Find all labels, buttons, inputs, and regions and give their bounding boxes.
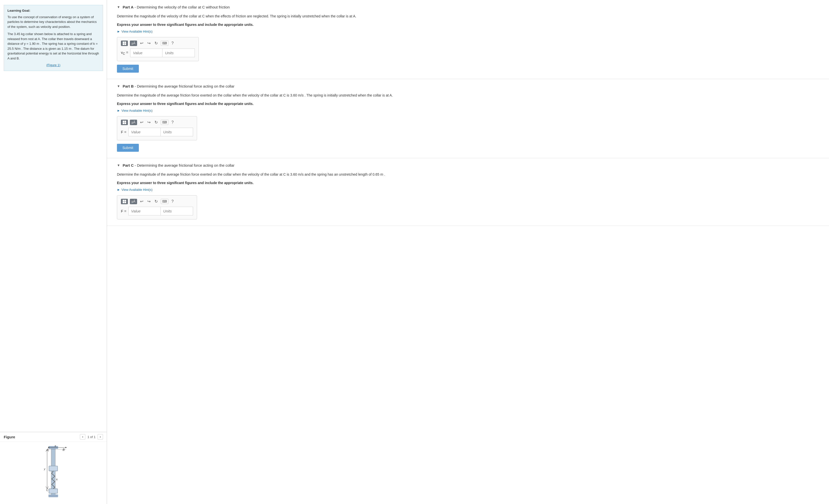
part-b-hint[interactable]: ► View Available Hint(s) bbox=[117, 109, 819, 112]
part-a-keyboard-button[interactable]: ⌨ bbox=[161, 41, 169, 46]
part-b-undo-button[interactable]: ↩ bbox=[139, 119, 144, 125]
figure-image-area: A B a y bbox=[0, 442, 107, 504]
hint-c-arrow-icon: ► bbox=[117, 188, 120, 191]
figure-title: Figure bbox=[4, 435, 15, 439]
part-b-mu-button[interactable]: μÃ bbox=[130, 120, 137, 125]
figure-header: Figure ‹ 1 of 1 › bbox=[0, 432, 107, 442]
part-a-refresh-button[interactable]: ↻ bbox=[153, 40, 159, 46]
part-b-section: ▼ Part B - Determining the average frict… bbox=[107, 79, 829, 158]
part-b-submit-button[interactable]: Submit bbox=[117, 144, 139, 152]
part-c-refresh-button[interactable]: ↻ bbox=[153, 199, 159, 204]
part-c-value-input[interactable] bbox=[129, 207, 161, 215]
figure-page: 1 of 1 bbox=[87, 435, 96, 439]
part-b-input-row: F = bbox=[121, 128, 193, 136]
part-a-grid-button[interactable] bbox=[121, 41, 128, 46]
part-c-undo-button[interactable]: ↩ bbox=[139, 199, 144, 204]
svg-text:y: y bbox=[43, 467, 45, 470]
part-b-refresh-button[interactable]: ↻ bbox=[153, 119, 159, 125]
part-a-input-row: vC = bbox=[121, 48, 195, 57]
part-b-collapse[interactable]: ▼ bbox=[117, 84, 120, 88]
part-b-toolbar: μÃ ↩ ↪ ↻ ⌨ ? bbox=[121, 119, 193, 125]
part-a-section: ▼ Part A - Determining the velocity of t… bbox=[107, 0, 829, 79]
grid-c-icon bbox=[123, 200, 126, 203]
part-a-mu-button[interactable]: μÃ bbox=[130, 41, 137, 46]
svg-text:B: B bbox=[63, 448, 65, 452]
figure-diagram: A B a y bbox=[29, 444, 78, 499]
svg-rect-9 bbox=[49, 466, 58, 471]
part-b-var-label: F = bbox=[121, 130, 127, 134]
part-b-instruction: Express your answer to three significant… bbox=[117, 102, 819, 106]
part-a-hint[interactable]: ► View Available Hint(s) bbox=[117, 30, 819, 33]
part-c-redo-button[interactable]: ↪ bbox=[146, 199, 151, 204]
part-b-redo-button[interactable]: ↪ bbox=[146, 119, 151, 125]
part-b-help-button[interactable]: ? bbox=[171, 120, 175, 125]
right-panel: ▼ Part A - Determining the velocity of t… bbox=[107, 0, 829, 504]
part-c-instruction: Express your answer to three significant… bbox=[117, 181, 819, 185]
part-b-grid-button[interactable] bbox=[121, 120, 128, 125]
part-a-var-label: vC = bbox=[121, 50, 128, 56]
part-a-undo-button[interactable]: ↩ bbox=[139, 40, 144, 46]
part-b-description: Determine the magnitude of the average f… bbox=[117, 93, 819, 98]
part-c-collapse[interactable]: ▼ bbox=[117, 164, 120, 167]
part-a-answer-box: μÃ ↩ ↪ ↻ ⌨ ? vC = bbox=[117, 37, 199, 61]
grid-b-icon bbox=[123, 121, 126, 124]
part-b-units-input[interactable] bbox=[161, 128, 193, 136]
part-a-label: Part A - Determining the velocity of the… bbox=[123, 5, 230, 9]
svg-text:A: A bbox=[46, 448, 48, 452]
part-a-redo-button[interactable]: ↪ bbox=[146, 40, 151, 46]
problem-text: The 3.45 kg collar shown below is attach… bbox=[7, 32, 99, 61]
part-a-description: Determine the magnitude of the velocity … bbox=[117, 14, 819, 19]
part-a-submit-button[interactable]: Submit bbox=[117, 65, 139, 73]
part-c-toolbar: μÃ ↩ ↪ ↻ ⌨ ? bbox=[121, 199, 193, 204]
hint-b-arrow-icon: ► bbox=[117, 109, 120, 112]
part-c-section: ▼ Part C - Determining the average frict… bbox=[107, 158, 829, 226]
hint-arrow-icon: ► bbox=[117, 30, 120, 33]
part-c-header: ▼ Part C - Determining the average frict… bbox=[117, 163, 819, 168]
part-c-units-input[interactable] bbox=[161, 207, 193, 215]
part-c-description: Determine the magnitude of the average f… bbox=[117, 172, 819, 177]
svg-text:k: k bbox=[56, 478, 58, 481]
part-c-hint[interactable]: ► View Available Hint(s) bbox=[117, 188, 819, 191]
figure-section: Figure ‹ 1 of 1 › A B bbox=[0, 432, 107, 504]
svg-rect-18 bbox=[49, 489, 58, 493]
part-c-mu-button[interactable]: μÃ bbox=[130, 199, 137, 204]
figure-next-button[interactable]: › bbox=[98, 434, 103, 439]
part-a-units-input[interactable] bbox=[163, 48, 195, 57]
part-c-help-button[interactable]: ? bbox=[171, 199, 175, 204]
part-c-input-row: F = bbox=[121, 207, 193, 215]
grid-icon bbox=[123, 41, 126, 45]
part-c-keyboard-button[interactable]: ⌨ bbox=[161, 199, 169, 204]
part-a-value-input[interactable] bbox=[130, 48, 163, 57]
part-a-toolbar: μÃ ↩ ↪ ↻ ⌨ ? bbox=[121, 40, 195, 46]
part-a-header: ▼ Part A - Determining the velocity of t… bbox=[117, 5, 819, 9]
figure-nav: ‹ 1 of 1 › bbox=[80, 434, 103, 439]
part-c-var-label: F = bbox=[121, 209, 127, 213]
part-b-keyboard-button[interactable]: ⌨ bbox=[161, 120, 169, 125]
part-c-grid-button[interactable] bbox=[121, 199, 128, 204]
figure-link[interactable]: (Figure 1) bbox=[46, 63, 60, 67]
part-b-value-input[interactable] bbox=[129, 128, 161, 136]
learning-goal-box: Learning Goal: To use the concept of con… bbox=[4, 5, 103, 71]
figure-prev-button[interactable]: ‹ bbox=[80, 434, 85, 439]
part-a-collapse[interactable]: ▼ bbox=[117, 5, 120, 9]
svg-text:a: a bbox=[55, 444, 56, 447]
part-c-answer-box: μÃ ↩ ↪ ↻ ⌨ ? F = bbox=[117, 195, 197, 219]
learning-goal-text: To use the concept of conservation of en… bbox=[7, 15, 99, 29]
part-b-label: Part B - Determining the average frictio… bbox=[123, 84, 235, 88]
part-b-header: ▼ Part B - Determining the average frict… bbox=[117, 84, 819, 88]
part-c-label: Part C - Determining the average frictio… bbox=[123, 163, 235, 168]
part-b-answer-box: μÃ ↩ ↪ ↻ ⌨ ? F = bbox=[117, 116, 197, 140]
svg-text:C: C bbox=[46, 488, 48, 492]
part-a-help-button[interactable]: ? bbox=[171, 41, 175, 46]
svg-rect-2 bbox=[48, 495, 58, 497]
part-a-instruction: Express your answer to three significant… bbox=[117, 23, 819, 27]
learning-goal-title: Learning Goal: bbox=[7, 8, 99, 13]
